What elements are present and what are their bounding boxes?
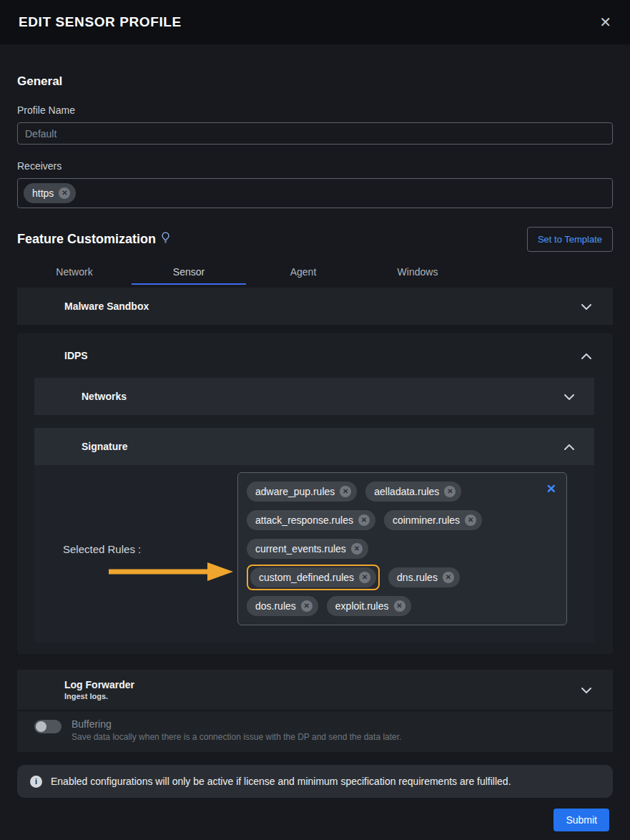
- idps-panel: IDPS Networks Signature Selected Rules :: [17, 333, 613, 654]
- log-forwarder-labels: Log Forwarder Ingest logs.: [64, 679, 134, 700]
- rule-chip-label: current_events.rules: [255, 543, 346, 555]
- accordion-signature[interactable]: Signature: [34, 428, 594, 465]
- rule-chip-label: exploit.rules: [335, 600, 389, 612]
- highlight-outline: custom_defined.rules ✕: [247, 565, 380, 590]
- chevron-down-icon[interactable]: [581, 300, 591, 313]
- remove-receiver-icon[interactable]: ✕: [59, 187, 70, 199]
- remove-rule-icon[interactable]: ✕: [358, 514, 370, 526]
- remove-rule-icon[interactable]: ✕: [340, 486, 351, 497]
- buffering-label: Buffering: [72, 718, 401, 730]
- rule-chip: coinminer.rules ✕: [384, 510, 482, 530]
- info-banner-text: Enabled configurations will only be acti…: [51, 776, 511, 787]
- rule-chip-row: custom_defined.rules ✕ dns.rules ✕: [242, 563, 562, 592]
- rule-chip-label: custom_defined.rules: [259, 572, 354, 583]
- remove-rule-icon[interactable]: ✕: [394, 600, 405, 612]
- modal-header: EDIT SENSOR PROFILE ✕: [0, 0, 630, 44]
- receiver-chip-label: https: [32, 187, 54, 199]
- rule-chip-highlighted: custom_defined.rules ✕: [250, 567, 376, 587]
- rule-chip: exploit.rules ✕: [327, 596, 411, 616]
- accordion-idps[interactable]: IDPS: [17, 333, 613, 378]
- rule-chip-row: adware_pup.rules ✕ aelladata.rules ✕: [242, 477, 562, 506]
- buffering-description: Save data locally when there is a connec…: [72, 732, 401, 742]
- tab-windows[interactable]: Windows: [360, 259, 475, 285]
- info-icon: i: [30, 776, 42, 788]
- accordion-log-forwarder[interactable]: Log Forwarder Ingest logs.: [17, 670, 613, 710]
- close-icon[interactable]: ✕: [599, 14, 611, 31]
- rule-chip-label: attack_response.rules: [255, 514, 353, 526]
- remove-rule-icon[interactable]: ✕: [351, 543, 363, 555]
- tab-sensor[interactable]: Sensor: [132, 259, 246, 285]
- feature-customization-row: Feature Customization Set to Template: [17, 227, 613, 252]
- accordion-networks[interactable]: Networks: [34, 378, 594, 415]
- accordion-malware-sandbox[interactable]: Malware Sandbox: [17, 288, 613, 325]
- buffering-row: Buffering Save data locally when there i…: [17, 711, 613, 752]
- feature-customization-heading: Feature Customization: [17, 232, 169, 247]
- rule-chip-label: dos.rules: [255, 600, 296, 612]
- clear-rules-icon[interactable]: ✕: [546, 482, 556, 497]
- lightbulb-icon[interactable]: [162, 232, 169, 247]
- tab-agent[interactable]: Agent: [246, 259, 360, 285]
- rule-chip-row: current_events.rules ✕: [242, 534, 562, 563]
- info-banner: i Enabled configurations will only be ac…: [17, 765, 613, 798]
- networks-label: Networks: [82, 391, 127, 402]
- general-heading: General: [17, 74, 613, 89]
- rule-chip-row: dos.rules ✕ exploit.rules ✕: [242, 592, 562, 620]
- highlight-arrow: [107, 562, 235, 582]
- signature-panel: Signature Selected Rules : ✕ adware_pup.…: [34, 428, 594, 643]
- remove-rule-icon[interactable]: ✕: [465, 514, 476, 526]
- remove-rule-icon[interactable]: ✕: [444, 486, 456, 497]
- log-forwarder-label: Log Forwarder: [64, 679, 134, 690]
- rule-chip: aelladata.rules ✕: [365, 482, 461, 502]
- rule-chip: dns.rules ✕: [388, 567, 460, 587]
- log-forwarder-sublabel: Ingest logs.: [64, 692, 134, 700]
- receivers-field[interactable]: https ✕: [17, 178, 613, 208]
- rule-chip-row: attack_response.rules ✕ coinminer.rules …: [242, 506, 562, 534]
- submit-button[interactable]: Submit: [553, 809, 609, 831]
- signature-label: Signature: [82, 441, 128, 452]
- receivers-label: Receivers: [17, 160, 613, 172]
- chevron-down-icon[interactable]: [564, 390, 574, 403]
- tab-network[interactable]: Network: [17, 259, 132, 285]
- rule-chip-label: coinminer.rules: [393, 514, 460, 526]
- toggle-knob: [36, 721, 46, 732]
- remove-rule-icon[interactable]: ✕: [301, 600, 312, 612]
- feature-customization-title: Feature Customization: [17, 232, 156, 247]
- rule-chip: adware_pup.rules ✕: [247, 482, 357, 502]
- modal-body: General Profile Name Receivers https ✕ F…: [0, 74, 630, 831]
- rule-chip-label: aelladata.rules: [374, 486, 439, 497]
- chevron-up-icon[interactable]: [581, 349, 591, 362]
- idps-label: IDPS: [64, 350, 88, 361]
- chevron-up-icon[interactable]: [564, 440, 574, 453]
- rule-chip: current_events.rules ✕: [247, 539, 368, 559]
- selected-rules-label: Selected Rules :: [63, 543, 237, 555]
- set-to-template-button[interactable]: Set to Template: [527, 227, 613, 252]
- buffering-toggle[interactable]: [34, 720, 61, 733]
- selected-rules-multiselect[interactable]: ✕ adware_pup.rules ✕ aelladata.rules ✕: [237, 472, 567, 625]
- rule-chip: attack_response.rules ✕: [247, 510, 375, 530]
- rule-chip: dos.rules ✕: [247, 596, 318, 616]
- buffering-labels: Buffering Save data locally when there i…: [72, 718, 401, 742]
- receiver-chip: https ✕: [24, 183, 76, 203]
- chevron-down-icon[interactable]: [581, 683, 591, 696]
- page-title: EDIT SENSOR PROFILE: [19, 14, 182, 30]
- signature-content: Selected Rules : ✕ adware_pup.rules ✕ ae…: [34, 465, 594, 643]
- profile-name-input[interactable]: [17, 122, 613, 145]
- malware-sandbox-label: Malware Sandbox: [64, 301, 149, 312]
- profile-name-label: Profile Name: [17, 104, 613, 116]
- modal-footer: Submit: [17, 809, 609, 831]
- remove-rule-icon[interactable]: ✕: [359, 572, 370, 583]
- remove-rule-icon[interactable]: ✕: [443, 572, 454, 583]
- rule-chip-label: adware_pup.rules: [255, 486, 335, 497]
- feature-tabs: Network Sensor Agent Windows: [17, 259, 613, 285]
- rule-chip-label: dns.rules: [397, 572, 438, 583]
